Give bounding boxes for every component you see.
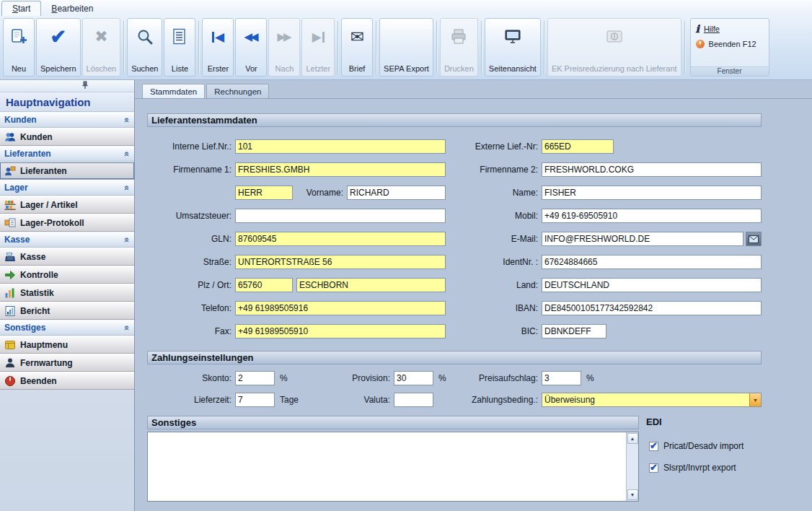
sonstiges-notes-box [147, 432, 639, 502]
textarea-scrollbar[interactable] [626, 432, 638, 501]
vor-button[interactable]: Vor [235, 18, 267, 77]
tab-start[interactable]: Start [1, 1, 41, 16]
users-icon [4, 131, 16, 143]
sidebar-item-kunden[interactable]: Kunden [0, 128, 134, 146]
seitenansicht-button[interactable]: Seitenansicht [485, 18, 541, 77]
mobil-field[interactable] [542, 209, 762, 223]
pricat-desadv-row: Pricat/Desadv import [649, 441, 812, 451]
sidebar-group-lager[interactable]: Lager [0, 180, 134, 196]
preisaufschlag-field[interactable] [542, 371, 581, 385]
sidebar-item-lager-protokoll[interactable]: Lager-Protokoll [0, 214, 134, 232]
suchen-label: Suchen [131, 64, 158, 73]
item-label: Beenden [20, 376, 57, 386]
tab-rechnungen[interactable]: Rechnungen [206, 84, 269, 98]
report-icon [4, 305, 16, 317]
lieferzeit-suffix: Tage [275, 395, 304, 405]
valuta-field[interactable] [394, 393, 433, 407]
slsrpt-invrpt-row: Slsrpt/Invrpt export [649, 463, 812, 473]
identnr-field[interactable] [542, 255, 762, 269]
sidebar-item-beenden[interactable]: Beenden [0, 372, 134, 390]
ort-field[interactable] [296, 278, 446, 292]
sidebar-item-kasse[interactable]: Kasse [0, 248, 134, 266]
loeschen-button[interactable]: Löschen [82, 18, 121, 77]
first-record-icon [212, 22, 224, 52]
name-field[interactable] [542, 185, 762, 200]
save-check-icon [50, 22, 66, 52]
nach-label: Nach [275, 64, 294, 73]
plz-ort-label: Plz / Ort: [147, 280, 235, 290]
zahlungsbedingung-select[interactable]: Überweisung [542, 393, 762, 407]
letzter-button[interactable]: Letzter [301, 18, 335, 77]
hilfe-button[interactable]: Hilfe [694, 21, 766, 36]
fax-field[interactable] [235, 324, 446, 339]
anrede-field[interactable] [235, 185, 293, 200]
ribbon-separator [123, 21, 124, 74]
drucken-button[interactable]: Drucken [440, 18, 478, 77]
sidebar-item-statistik[interactable]: Statistik [0, 284, 134, 302]
iban-field[interactable] [542, 301, 762, 315]
nach-button[interactable]: Nach [268, 18, 300, 77]
seitenansicht-label: Seitenansicht [489, 64, 537, 73]
pricat-desadv-checkbox[interactable] [649, 442, 658, 451]
suchen-button[interactable]: Suchen [127, 18, 162, 77]
fax-label: Fax: [147, 326, 235, 336]
sepa-export-button[interactable]: SEPA Export [379, 18, 433, 77]
list-icon [170, 22, 189, 52]
sepa-export-label: SEPA Export [384, 64, 429, 73]
vorname-field[interactable] [347, 185, 446, 200]
neu-button[interactable]: Neu [3, 18, 35, 77]
sonstiges-textarea[interactable] [148, 432, 626, 501]
sidebar-empty-area [0, 390, 134, 511]
telefon-field[interactable] [235, 301, 446, 315]
liste-button[interactable]: Liste [164, 18, 195, 77]
skonto-field[interactable] [235, 371, 275, 385]
ek-preisreduzierung-button[interactable]: EK Preisreduzierung nach Lieferant [547, 18, 681, 77]
interne-liefnr-field[interactable] [235, 139, 446, 154]
sidebar-group-kunden[interactable]: Kunden [0, 112, 134, 128]
tab-bearbeiten[interactable]: Bearbeiten [41, 1, 103, 16]
beenden-button[interactable]: Beenden F12 [694, 36, 766, 51]
chevron-up-icon [120, 237, 131, 242]
dropdown-arrow-button[interactable] [749, 393, 761, 406]
sidebar-group-lieferanten[interactable]: Lieferanten [0, 146, 134, 162]
land-field[interactable] [542, 278, 762, 292]
sidebar-item-bericht[interactable]: Bericht [0, 302, 134, 320]
externe-liefnr-field[interactable] [542, 139, 614, 154]
send-email-button[interactable] [746, 232, 762, 246]
sidebar-group-kasse[interactable]: Kasse [0, 232, 134, 248]
pin-icon[interactable] [81, 81, 89, 92]
externe-liefnr-label: Externe Lief.-Nr: [446, 141, 542, 152]
section-title-zahlungseinstellungen: Zahlungseinstellungen [147, 351, 762, 364]
slsrpt-invrpt-checkbox[interactable] [649, 463, 658, 473]
info-icon [696, 23, 700, 35]
scroll-up-arrow-icon[interactable] [627, 433, 638, 444]
item-label: Statistik [20, 288, 54, 298]
brief-button[interactable]: Brief [341, 18, 373, 77]
firmenname1-field[interactable] [235, 162, 446, 177]
umsatzsteuer-field[interactable] [235, 209, 446, 223]
group-label: Kasse [4, 235, 30, 245]
gln-field[interactable] [235, 232, 446, 246]
plz-field[interactable] [235, 278, 293, 292]
bic-field[interactable] [542, 324, 606, 339]
sidebar-group-sonstiges[interactable]: Sonstiges [0, 320, 134, 336]
zahlungsbedingung-value: Überweisung [542, 395, 749, 405]
speichern-button[interactable]: Speichern [36, 18, 81, 77]
sidebar-item-fernwartung[interactable]: Fernwartung [0, 354, 134, 372]
erster-button[interactable]: Erster [202, 18, 234, 77]
gln-label: GLN: [147, 234, 235, 244]
sidebar-item-lieferanten[interactable]: Lieferanten [0, 162, 134, 180]
pricat-desadv-label: Pricat/Desadv import [663, 441, 743, 451]
strasse-field[interactable] [235, 255, 446, 269]
lieferzeit-field[interactable] [235, 393, 275, 407]
provision-field[interactable] [394, 371, 433, 385]
scroll-down-arrow-icon[interactable] [627, 489, 638, 500]
tab-stammdaten[interactable]: Stammdaten [142, 84, 205, 98]
sidebar-item-kontrolle[interactable]: Kontrolle [0, 266, 134, 284]
remote-support-icon [4, 357, 16, 369]
provision-label: Provision: [296, 373, 394, 383]
firmenname2-field[interactable] [542, 162, 762, 177]
email-field[interactable] [542, 232, 743, 246]
sidebar-item-hauptmenu[interactable]: Hauptmenu [0, 336, 134, 354]
sidebar-item-lager-artikel[interactable]: Lager / Artikel [0, 196, 134, 214]
